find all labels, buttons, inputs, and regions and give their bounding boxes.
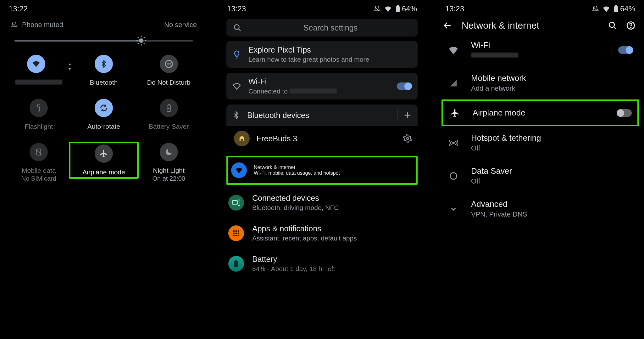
svg-line-23 [238,29,241,31]
wifi-icon [232,82,242,91]
svg-line-5 [138,37,139,38]
help-icon[interactable] [626,21,635,30]
svg-point-49 [450,172,457,179]
bluetooth-icon [100,60,108,68]
qs-tile-dnd[interactable]: Do Not Disturb [136,55,201,86]
data-saver-icon [449,172,458,180]
svg-rect-42 [615,5,617,6]
row-connected-devices[interactable]: Connected devices Bluetooth, driving mod… [218,187,426,218]
search-icon[interactable] [608,21,617,30]
home-dock [0,304,208,339]
svg-rect-27 [232,201,237,204]
flashlight-icon [35,104,42,112]
qs-sublabel: On at 22:00 [136,175,201,182]
search-settings[interactable]: Search settings [226,19,418,37]
svg-point-36 [236,234,237,236]
svg-rect-20 [397,5,399,6]
status-bar: 13:22 [0,0,208,15]
brightness-slider[interactable] [14,40,193,42]
card-freebuds[interactable]: FreeBuds 3 [226,126,418,151]
bell-off-icon [11,21,18,28]
settings-panel: 13:23 64% Search settings Explore Pixel … [218,0,426,339]
row-airplane-mode-highlight: Airplane mode [441,99,639,126]
qs-tile-mobile-data[interactable]: Mobile data No SIM card [6,143,71,182]
lightbulb-icon [232,50,242,59]
qs-tile-night-light[interactable]: Night Light On at 22:00 [136,143,201,182]
signal-icon [449,79,458,88]
apps-icon [232,229,240,237]
qs-tile-airplane-mode[interactable]: Airplane mode [71,143,136,182]
row-hotspot-tethering[interactable]: Hotspot & tethering Off [436,126,644,159]
row-battery[interactable]: Battery 64% - About 1 day, 18 hr left [218,248,426,279]
row-airplane-mode[interactable]: Airplane mode [443,101,637,125]
row-title: Apps & notifications [252,224,416,233]
svg-line-45 [614,27,616,29]
svg-point-26 [407,138,409,140]
airplane-icon [99,149,108,158]
qs-tile-bluetooth[interactable]: Bluetooth [71,55,136,86]
bluetooth-icon [232,111,240,119]
search-icon [233,24,242,32]
card-title: FreeBuds 3 [257,134,396,143]
no-sim-icon [35,148,43,156]
devices-icon [232,200,240,206]
row-data-saver[interactable]: Data Saver Off [436,159,644,192]
wifi-ssid-redacted [290,88,337,93]
row-title: Connected devices [252,194,416,203]
qs-tile-wifi[interactable] [6,55,71,86]
brightness-thumb[interactable] [136,35,147,46]
svg-point-44 [609,22,614,27]
svg-point-48 [453,142,454,144]
wifi-ssid-redacted [471,53,518,58]
row-network-internet[interactable]: Network & internet Wi-Fi, mobile, data u… [226,156,418,185]
row-apps-notifications[interactable]: Apps & notifications Assistant, recent a… [218,218,426,248]
qs-tile-autorotate[interactable]: Auto-rotate [71,99,136,130]
svg-point-0 [139,38,143,43]
battery-pct: 64% [402,4,417,13]
wifi-ssid-redacted [15,80,62,85]
wifi-icon [602,6,610,12]
plus-icon[interactable] [403,111,412,120]
card-pixel-tips[interactable]: Explore Pixel Tips Learn how to take gre… [226,41,418,68]
phone-muted-label: Phone muted [22,21,63,29]
qs-tile-battery-saver[interactable]: Battery Saver [136,99,201,130]
wifi-icon [384,6,392,12]
status-bar: 13:23 64% [436,0,644,15]
airplane-icon [450,108,460,118]
qs-tile-grid: Bluetooth Do Not Disturb Flashlight Auto… [0,45,208,185]
card-sub: Connected to [248,88,290,95]
svg-point-30 [236,230,237,232]
gear-icon[interactable] [403,134,412,143]
row-title: Data Saver [471,166,633,176]
clock: 13:22 [9,4,28,13]
wifi-switch[interactable] [618,46,633,54]
headphones-icon [238,135,245,142]
row-advanced[interactable]: Advanced VPN, Private DNS [436,192,644,225]
row-title: Advanced [471,199,633,209]
card-bluetooth-devices[interactable]: Bluetooth devices [226,105,418,126]
clock: 13:23 [227,4,246,13]
qs-label: Bluetooth [71,79,136,86]
network-internet-panel: 13:23 64% Network & internet Wi-Fi Mo [436,0,644,339]
qs-label: Do Not Disturb [136,79,201,86]
svg-rect-12 [168,104,169,105]
row-title: Wi-Fi [471,40,600,50]
qs-tile-flashlight[interactable]: Flashlight [6,99,71,130]
wifi-switch[interactable] [397,82,412,90]
row-wifi[interactable]: Wi-Fi [436,33,644,66]
airplane-switch[interactable] [617,109,632,117]
dnd-icon [164,59,174,69]
card-wifi[interactable]: Wi-Fi Connected to [226,73,418,99]
row-mobile-network[interactable]: Mobile network Add a network [436,66,644,99]
svg-point-47 [630,27,631,28]
card-title: Explore Pixel Tips [248,45,412,54]
search-placeholder: Search settings [250,23,411,32]
row-sub: Off [471,144,633,152]
svg-point-33 [236,232,237,234]
svg-line-6 [144,43,145,44]
row-title: Hotspot & tethering [471,133,633,143]
battery-icon [233,260,239,268]
back-arrow-icon[interactable] [443,21,452,30]
card-sub: Learn how to take great photos and more [248,56,412,63]
no-service-label: No service [164,21,197,29]
